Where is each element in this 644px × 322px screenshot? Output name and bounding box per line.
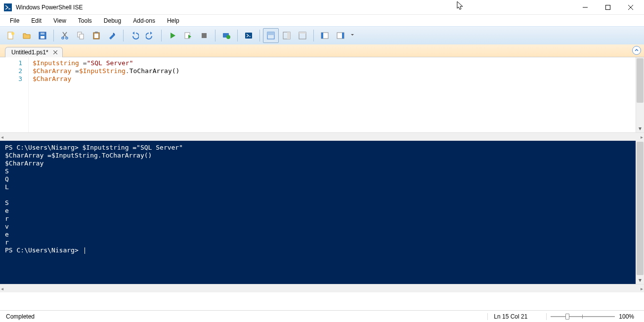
toolbar: [0, 27, 644, 44]
svg-rect-9: [41, 33, 44, 35]
toolbar-separator: [313, 30, 314, 41]
close-button[interactable]: [619, 0, 642, 15]
minimize-button[interactable]: [574, 0, 597, 15]
window-title: Windows PowerShell ISE: [16, 4, 574, 11]
line-number-gutter: 123: [0, 57, 29, 132]
cursor-position: Ln 15 Col 21: [487, 313, 547, 320]
svg-rect-25: [287, 32, 290, 39]
menu-addons[interactable]: Add-ons: [127, 16, 161, 26]
svg-rect-2: [606, 5, 610, 9]
script-editor[interactable]: 123 $Inputstring ="SQL Server"$CharArray…: [0, 57, 644, 132]
cut-button[interactable]: [57, 28, 73, 43]
status-bar: Completed Ln 15 Col 21 100%: [0, 310, 644, 322]
menu-debug[interactable]: Debug: [98, 16, 127, 26]
toolbar-overflow-button[interactable]: [348, 28, 355, 43]
svg-rect-27: [299, 32, 306, 34]
status-message: Completed: [6, 313, 487, 320]
editor-tab[interactable]: Untitled1.ps1*: [5, 47, 63, 57]
collapse-script-pane-button[interactable]: [632, 46, 641, 55]
toolbar-separator: [259, 30, 260, 41]
svg-rect-18: [202, 33, 207, 38]
redo-button[interactable]: [142, 28, 158, 43]
svg-rect-23: [267, 32, 274, 35]
tab-close-button[interactable]: [52, 49, 58, 55]
open-file-button[interactable]: [19, 28, 35, 43]
new-remote-tab-button[interactable]: [218, 28, 234, 43]
toolbar-separator: [53, 30, 54, 41]
toolbar-separator: [237, 30, 238, 41]
zoom-slider-knob[interactable]: [565, 314, 569, 320]
scrollbar-thumb[interactable]: [637, 58, 644, 103]
scroll-down-arrow[interactable]: ▾: [636, 124, 644, 132]
svg-point-10: [62, 37, 64, 39]
svg-rect-8: [41, 36, 44, 39]
zoom-level: 100%: [619, 313, 634, 320]
scrollbar-thumb[interactable]: [637, 142, 644, 275]
maximize-button[interactable]: [597, 0, 619, 15]
save-button[interactable]: [35, 28, 50, 43]
console-pane: PS C:\Users\Nisarg> $Inputstring ="SQL S…: [0, 141, 644, 284]
toolbar-separator: [123, 30, 124, 41]
toolbar-separator: [161, 30, 162, 41]
console-output[interactable]: PS C:\Users\Nisarg> $Inputstring ="SQL S…: [0, 141, 636, 284]
editor-vertical-scrollbar[interactable]: ▾: [636, 57, 644, 132]
menu-view[interactable]: View: [47, 16, 72, 26]
svg-rect-29: [321, 33, 323, 39]
run-script-button[interactable]: [165, 28, 180, 43]
start-powershell-button[interactable]: [241, 28, 257, 43]
console-horizontal-scrollbar[interactable]: ◂▸: [0, 284, 644, 292]
console-vertical-scrollbar[interactable]: ▾: [636, 141, 644, 284]
show-script-top-button[interactable]: [263, 28, 279, 43]
menu-tools[interactable]: Tools: [72, 16, 98, 26]
svg-rect-13: [80, 34, 84, 39]
scroll-down-arrow[interactable]: ▾: [636, 276, 644, 284]
clear-button[interactable]: [104, 28, 120, 43]
zoom-slider-tick: [582, 315, 583, 319]
code-area[interactable]: $Inputstring ="SQL Server"$CharArray =$I…: [29, 57, 636, 132]
svg-rect-15: [94, 34, 98, 38]
run-selection-button[interactable]: [180, 28, 196, 43]
zoom-slider-track[interactable]: [551, 316, 615, 317]
paste-button[interactable]: [88, 28, 104, 43]
zoom-control[interactable]: 100%: [547, 313, 638, 320]
tab-strip: Untitled1.ps1*: [0, 44, 644, 57]
undo-button[interactable]: [127, 28, 142, 43]
show-command-addon-button[interactable]: [333, 28, 348, 43]
svg-rect-16: [95, 32, 98, 33]
app-icon: [4, 3, 12, 11]
toolbar-separator: [215, 30, 215, 41]
svg-rect-31: [342, 33, 344, 39]
show-script-right-button[interactable]: [279, 28, 295, 43]
svg-point-6: [11, 32, 14, 35]
new-file-button[interactable]: [3, 28, 19, 43]
menu-help[interactable]: Help: [161, 16, 185, 26]
svg-point-11: [66, 37, 68, 39]
editor-horizontal-scrollbar[interactable]: ◂▸: [0, 132, 644, 141]
show-command-button[interactable]: [317, 28, 333, 43]
stop-button[interactable]: [196, 28, 212, 43]
copy-button[interactable]: [73, 28, 88, 43]
menu-bar: File Edit View Tools Debug Add-ons Help: [0, 15, 644, 27]
menu-file[interactable]: File: [4, 16, 25, 26]
menu-edit[interactable]: Edit: [25, 16, 47, 26]
tab-label: Untitled1.ps1*: [11, 49, 48, 56]
show-script-max-button[interactable]: [295, 28, 310, 43]
title-bar: Windows PowerShell ISE: [0, 0, 644, 15]
svg-point-20: [226, 35, 230, 39]
